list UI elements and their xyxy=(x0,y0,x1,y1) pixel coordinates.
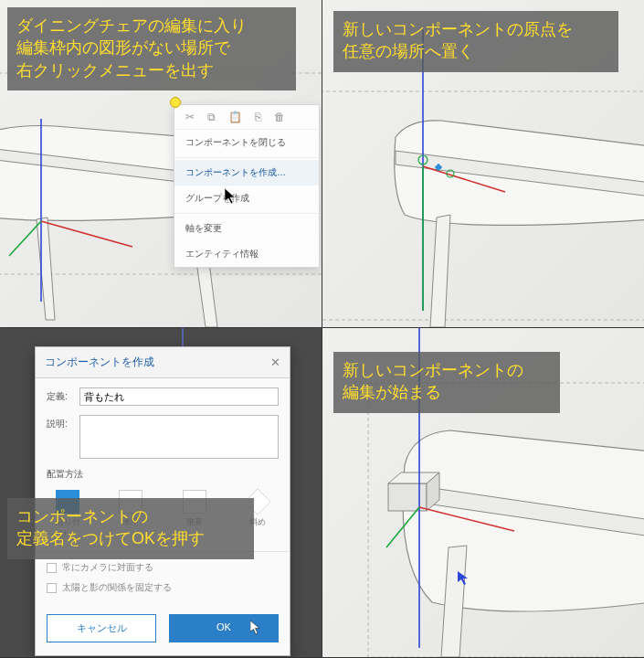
menu-create-group[interactable]: グループを作成 xyxy=(174,186,319,211)
description-textarea[interactable] xyxy=(79,415,279,459)
checkbox-icon[interactable] xyxy=(47,563,57,573)
close-icon[interactable]: ✕ xyxy=(270,356,280,369)
panel-bottomleft: コンポーネントを作成 ✕ 定義: 説明: 配置方法 貼り付け： xyxy=(0,328,322,657)
placement-section-label: 配置方法 xyxy=(47,468,279,481)
menu-separator xyxy=(174,213,319,214)
caption-text: コンポーネントの 定義名をつけてOKを押す xyxy=(16,507,205,547)
svg-line-3 xyxy=(9,221,41,256)
menu-close-component[interactable]: コンポーネントを閉じる xyxy=(174,130,319,155)
definition-input[interactable] xyxy=(79,387,279,406)
checkbox-shadow-row[interactable]: 太陽と影の関係を固定する xyxy=(47,578,279,598)
svg-line-2 xyxy=(41,221,132,247)
checkbox-label: 常にカメラに対面する xyxy=(62,561,153,574)
menu-create-component[interactable]: コンポーネントを作成… xyxy=(174,160,319,186)
menu-change-axes[interactable]: 軸を変更 xyxy=(174,216,319,241)
panel-topleft: ダイニングチェアの編集に入り 編集枠内の図形がない場所で 右クリックメニューを出… xyxy=(0,0,322,327)
click-point-marker xyxy=(170,97,181,108)
context-menu-toolbar: ✂ ⧉ 📋 ⎘ 🗑 xyxy=(174,105,319,130)
caption-panel4: 新しいコンポーネントの 編集が始まる xyxy=(333,352,560,413)
caption-text: ダイニングチェアの編集に入り 編集枠内の図形がない場所で 右クリックメニューを出… xyxy=(16,16,247,80)
ok-button[interactable]: OK xyxy=(169,614,279,642)
caption-panel3: コンポーネントの 定義名をつけてOKを押す xyxy=(7,498,254,559)
delete-icon[interactable]: 🗑 xyxy=(274,111,285,123)
cut-icon[interactable]: ✂ xyxy=(185,111,195,123)
caption-panel1: ダイニングチェアの編集に入り 編集枠内の図形がない場所で 右クリックメニューを出… xyxy=(7,7,296,90)
checkbox-face-camera-row[interactable]: 常にカメラに対面する xyxy=(47,557,279,578)
dialog-title-text: コンポーネントを作成 xyxy=(45,355,154,370)
description-label: 説明: xyxy=(47,415,79,430)
menu-separator xyxy=(174,157,319,158)
ok-button-label: OK xyxy=(216,621,231,632)
caption-text: 新しいコンポーネントの原点を 任意の場所へ置く xyxy=(343,20,573,60)
panel-bottomright: 新しいコンポーネントの 編集が始まる xyxy=(322,328,644,657)
copy-icon[interactable]: ⧉ xyxy=(207,111,216,123)
panel-topright: 新しいコンポーネントの原点を 任意の場所へ置く xyxy=(322,0,644,327)
caption-text: 新しいコンポーネントの 編集が始まる xyxy=(343,361,523,401)
checkbox-label: 太陽と影の関係を固定する xyxy=(62,581,172,594)
menu-entity-info[interactable]: エンティティ情報 xyxy=(174,241,319,267)
paste-icon[interactable]: 📋 xyxy=(228,111,242,123)
context-menu[interactable]: ✂ ⧉ 📋 ⎘ 🗑 コンポーネントを閉じる コンポーネントを作成… グループを作… xyxy=(174,104,320,268)
dialog-titlebar: コンポーネントを作成 ✕ xyxy=(36,347,290,378)
cancel-button[interactable]: キャンセル xyxy=(47,614,156,642)
definition-label: 定義: xyxy=(47,387,79,403)
checkbox-icon[interactable] xyxy=(47,583,57,593)
paste-in-place-icon[interactable]: ⎘ xyxy=(255,111,261,123)
caption-panel2: 新しいコンポーネントの原点を 任意の場所へ置く xyxy=(333,11,618,72)
svg-rect-13 xyxy=(388,483,427,511)
